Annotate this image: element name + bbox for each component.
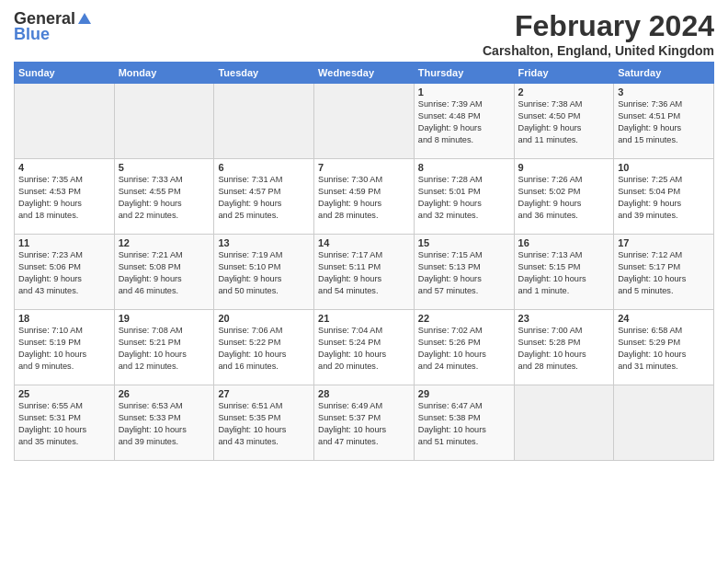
day-info: Sunrise: 6:58 AM Sunset: 5:29 PM Dayligh… xyxy=(618,325,710,373)
day-info: Sunrise: 7:15 AM Sunset: 5:13 PM Dayligh… xyxy=(418,249,510,297)
day-info: Sunrise: 7:06 AM Sunset: 5:22 PM Dayligh… xyxy=(218,325,310,373)
title-area: February 2024 Carshalton, England, Unite… xyxy=(483,9,714,58)
cell-w1-d6: 3Sunrise: 7:36 AM Sunset: 4:51 PM Daylig… xyxy=(614,84,714,159)
day-info: Sunrise: 7:36 AM Sunset: 4:51 PM Dayligh… xyxy=(618,98,710,146)
cell-w3-d0: 11Sunrise: 7:23 AM Sunset: 5:06 PM Dayli… xyxy=(15,235,115,310)
day-info: Sunrise: 7:19 AM Sunset: 5:10 PM Dayligh… xyxy=(218,249,310,297)
day-number: 16 xyxy=(518,237,610,248)
week-row-3: 11Sunrise: 7:23 AM Sunset: 5:06 PM Dayli… xyxy=(15,235,714,310)
cell-w3-d2: 13Sunrise: 7:19 AM Sunset: 5:10 PM Dayli… xyxy=(214,235,314,310)
day-number: 24 xyxy=(618,313,710,324)
cell-w2-d2: 6Sunrise: 7:31 AM Sunset: 4:57 PM Daylig… xyxy=(214,159,314,235)
day-info: Sunrise: 6:47 AM Sunset: 5:38 PM Dayligh… xyxy=(418,400,510,448)
cell-w5-d6 xyxy=(614,385,714,461)
day-number: 27 xyxy=(218,388,310,399)
day-info: Sunrise: 7:28 AM Sunset: 5:01 PM Dayligh… xyxy=(418,174,510,222)
calendar-header: Sunday Monday Tuesday Wednesday Thursday… xyxy=(15,63,714,84)
header-thursday: Thursday xyxy=(414,63,514,84)
header-wednesday: Wednesday xyxy=(314,63,415,84)
day-info: Sunrise: 7:33 AM Sunset: 4:55 PM Dayligh… xyxy=(119,174,210,222)
cell-w2-d5: 9Sunrise: 7:26 AM Sunset: 5:02 PM Daylig… xyxy=(514,159,614,235)
cell-w5-d4: 29Sunrise: 6:47 AM Sunset: 5:38 PM Dayli… xyxy=(414,385,514,461)
cell-w5-d2: 27Sunrise: 6:51 AM Sunset: 5:35 PM Dayli… xyxy=(214,385,314,461)
calendar-table: Sunday Monday Tuesday Wednesday Thursday… xyxy=(14,62,714,461)
cell-w5-d5 xyxy=(514,385,614,461)
day-number: 20 xyxy=(218,313,310,324)
cell-w4-d0: 18Sunrise: 7:10 AM Sunset: 5:19 PM Dayli… xyxy=(15,310,115,385)
header-sunday: Sunday xyxy=(15,63,115,84)
day-number: 2 xyxy=(518,86,610,98)
day-number: 18 xyxy=(18,313,110,324)
page-title: February 2024 xyxy=(483,9,714,43)
day-info: Sunrise: 6:51 AM Sunset: 5:35 PM Dayligh… xyxy=(218,400,310,448)
week-row-1: 1Sunrise: 7:39 AM Sunset: 4:48 PM Daylig… xyxy=(15,84,714,159)
day-number: 23 xyxy=(518,313,610,324)
cell-w3-d5: 16Sunrise: 7:13 AM Sunset: 5:15 PM Dayli… xyxy=(514,235,614,310)
cell-w3-d3: 14Sunrise: 7:17 AM Sunset: 5:11 PM Dayli… xyxy=(314,235,415,310)
cell-w4-d3: 21Sunrise: 7:04 AM Sunset: 5:24 PM Dayli… xyxy=(314,310,415,385)
day-info: Sunrise: 7:08 AM Sunset: 5:21 PM Dayligh… xyxy=(119,325,210,373)
day-info: Sunrise: 6:53 AM Sunset: 5:33 PM Dayligh… xyxy=(119,400,210,448)
day-number: 25 xyxy=(18,388,110,399)
header-friday: Friday xyxy=(514,63,614,84)
day-info: Sunrise: 7:30 AM Sunset: 4:59 PM Dayligh… xyxy=(318,174,410,222)
day-info: Sunrise: 7:13 AM Sunset: 5:15 PM Dayligh… xyxy=(518,249,610,297)
week-row-5: 25Sunrise: 6:55 AM Sunset: 5:31 PM Dayli… xyxy=(15,385,714,461)
day-number: 7 xyxy=(318,162,410,173)
cell-w4-d1: 19Sunrise: 7:08 AM Sunset: 5:21 PM Dayli… xyxy=(114,310,214,385)
page-subtitle: Carshalton, England, United Kingdom xyxy=(483,43,714,58)
cell-w5-d3: 28Sunrise: 6:49 AM Sunset: 5:37 PM Dayli… xyxy=(314,385,415,461)
day-info: Sunrise: 7:00 AM Sunset: 5:28 PM Dayligh… xyxy=(518,325,610,373)
cell-w2-d1: 5Sunrise: 7:33 AM Sunset: 4:55 PM Daylig… xyxy=(114,159,214,235)
header-saturday: Saturday xyxy=(614,63,714,84)
cell-w1-d2 xyxy=(214,84,314,159)
day-number: 29 xyxy=(418,388,510,399)
cell-w1-d5: 2Sunrise: 7:38 AM Sunset: 4:50 PM Daylig… xyxy=(514,84,614,159)
day-info: Sunrise: 7:25 AM Sunset: 5:04 PM Dayligh… xyxy=(618,174,710,222)
day-number: 17 xyxy=(618,237,710,248)
calendar-body: 1Sunrise: 7:39 AM Sunset: 4:48 PM Daylig… xyxy=(15,84,714,461)
day-info: Sunrise: 7:31 AM Sunset: 4:57 PM Dayligh… xyxy=(218,174,310,222)
day-number: 22 xyxy=(418,313,510,324)
day-number: 4 xyxy=(18,162,110,173)
day-info: Sunrise: 6:49 AM Sunset: 5:37 PM Dayligh… xyxy=(318,400,410,448)
cell-w2-d3: 7Sunrise: 7:30 AM Sunset: 4:59 PM Daylig… xyxy=(314,159,415,235)
day-number: 21 xyxy=(318,313,410,324)
day-info: Sunrise: 7:12 AM Sunset: 5:17 PM Dayligh… xyxy=(618,249,710,297)
day-info: Sunrise: 7:10 AM Sunset: 5:19 PM Dayligh… xyxy=(18,325,110,373)
day-info: Sunrise: 7:35 AM Sunset: 4:53 PM Dayligh… xyxy=(18,174,110,222)
cell-w4-d2: 20Sunrise: 7:06 AM Sunset: 5:22 PM Dayli… xyxy=(214,310,314,385)
cell-w2-d6: 10Sunrise: 7:25 AM Sunset: 5:04 PM Dayli… xyxy=(614,159,714,235)
day-number: 10 xyxy=(618,162,710,173)
header-row: Sunday Monday Tuesday Wednesday Thursday… xyxy=(15,63,714,84)
week-row-4: 18Sunrise: 7:10 AM Sunset: 5:19 PM Dayli… xyxy=(15,310,714,385)
day-number: 14 xyxy=(318,237,410,248)
header: General Blue February 2024 Carshalton, E… xyxy=(14,9,714,58)
cell-w2-d0: 4Sunrise: 7:35 AM Sunset: 4:53 PM Daylig… xyxy=(15,159,115,235)
day-number: 28 xyxy=(318,388,410,399)
cell-w1-d3 xyxy=(314,84,415,159)
day-number: 5 xyxy=(119,162,210,173)
day-info: Sunrise: 7:38 AM Sunset: 4:50 PM Dayligh… xyxy=(518,98,610,146)
day-info: Sunrise: 7:26 AM Sunset: 5:02 PM Dayligh… xyxy=(518,174,610,222)
cell-w4-d5: 23Sunrise: 7:00 AM Sunset: 5:28 PM Dayli… xyxy=(514,310,614,385)
header-tuesday: Tuesday xyxy=(214,63,314,84)
cell-w1-d4: 1Sunrise: 7:39 AM Sunset: 4:48 PM Daylig… xyxy=(414,84,514,159)
day-number: 8 xyxy=(418,162,510,173)
logo-blue-text: Blue xyxy=(14,25,50,44)
day-number: 26 xyxy=(119,388,210,399)
day-number: 11 xyxy=(18,237,110,248)
day-info: Sunrise: 7:21 AM Sunset: 5:08 PM Dayligh… xyxy=(119,249,210,297)
day-number: 6 xyxy=(218,162,310,173)
day-number: 15 xyxy=(418,237,510,248)
cell-w4-d4: 22Sunrise: 7:02 AM Sunset: 5:26 PM Dayli… xyxy=(414,310,514,385)
logo: General Blue xyxy=(14,9,94,44)
day-number: 13 xyxy=(218,237,310,248)
logo-icon xyxy=(76,11,93,28)
day-info: Sunrise: 7:39 AM Sunset: 4:48 PM Dayligh… xyxy=(418,98,510,146)
day-number: 9 xyxy=(518,162,610,173)
page-container: General Blue February 2024 Carshalton, E… xyxy=(0,0,728,470)
day-info: Sunrise: 7:17 AM Sunset: 5:11 PM Dayligh… xyxy=(318,249,410,297)
week-row-2: 4Sunrise: 7:35 AM Sunset: 4:53 PM Daylig… xyxy=(15,159,714,235)
day-info: Sunrise: 7:04 AM Sunset: 5:24 PM Dayligh… xyxy=(318,325,410,373)
